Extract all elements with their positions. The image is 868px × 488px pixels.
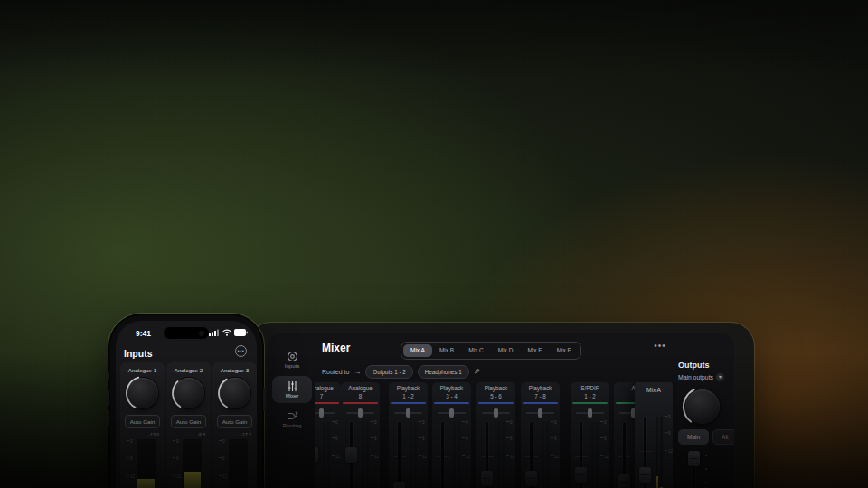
strip-mix-a-master: Mix A 0 6 12	[635, 382, 673, 488]
pan-slider[interactable]	[482, 409, 510, 417]
channel-name: Playback	[521, 385, 560, 391]
fader-track[interactable]	[398, 422, 401, 488]
channel-name: Analogue	[315, 385, 341, 391]
output-selector-label: Main outputs	[678, 374, 713, 380]
auto-gain-button[interactable]: Auto Gain	[217, 415, 252, 428]
tab-mix-c[interactable]: Mix C	[461, 344, 491, 357]
gain-knob[interactable]	[218, 376, 252, 410]
channel-color-bar	[478, 402, 514, 404]
meter-scale: 0 6 12	[600, 422, 609, 488]
tab-mix-a[interactable]: Mix A	[403, 344, 432, 357]
auto-gain-button[interactable]: Auto Gain	[171, 415, 206, 428]
main-button[interactable]: Main	[678, 429, 709, 445]
channel-number: 5 - 6	[476, 393, 515, 399]
level-meter	[327, 422, 330, 488]
meter-scale: 0 6 12	[551, 422, 560, 488]
fader-handle[interactable]	[618, 474, 630, 488]
phone-mute-switch	[107, 371, 109, 380]
level-db-value: -9.3	[197, 432, 205, 437]
fader-handle[interactable]	[639, 467, 651, 483]
meter-scale: 0 6 12	[665, 417, 674, 488]
meter-scale: 0 6 12	[173, 441, 182, 488]
tablet-app-screen: Inputs Mixer Routing Mixer Mi	[268, 333, 734, 488]
edit-pencil-icon[interactable]: ✎	[474, 368, 480, 376]
input-label: Analogue 3	[212, 367, 257, 373]
tab-mix-f[interactable]: Mix F	[550, 344, 579, 357]
fader-handle[interactable]	[315, 447, 318, 463]
output-selector[interactable]: Main outputs ▾	[678, 373, 724, 381]
alt-button[interactable]: Alt	[712, 429, 734, 445]
level-meter	[591, 422, 594, 488]
fader-track[interactable]	[441, 422, 444, 488]
phone-volume-up-button	[107, 389, 109, 406]
cellular-signal-icon	[209, 329, 220, 336]
pan-slider[interactable]	[346, 409, 374, 417]
level-db-value: -13.0	[149, 432, 159, 437]
channel-strip-scroller[interactable]: Analogue 7 0 6 12	[315, 382, 676, 488]
fader-handle[interactable]	[393, 482, 405, 488]
input-card-analogue-1: Analogue 1 Auto Gain -13.0 0 6 12	[120, 362, 165, 488]
routed-output-chip[interactable]: Outputs 1 - 2	[365, 365, 412, 379]
strip-analogue-8: Analogue 8 0 6 12	[341, 382, 380, 488]
output-volume-knob[interactable]	[682, 386, 723, 427]
tab-mix-d[interactable]: Mix D	[491, 344, 521, 357]
tab-mix-e[interactable]: Mix E	[520, 344, 549, 357]
channel-name: S/PDIF	[571, 385, 609, 391]
meter-scale: 0 6 12	[462, 422, 471, 488]
sidebar-item-routing[interactable]: Routing	[272, 406, 312, 433]
output-fader[interactable]	[691, 449, 718, 488]
channel-name: Analogue	[341, 385, 380, 391]
tablet-device: Inputs Mixer Routing Mixer Mi	[248, 323, 754, 488]
pan-slider[interactable]	[438, 409, 466, 417]
phone-app-screen: 9:41 Inputs ••• Analogue 1	[116, 321, 257, 488]
routed-headphones-chip[interactable]: Headphones 1	[418, 365, 469, 379]
input-level-meter	[137, 439, 156, 488]
pan-slider[interactable]	[394, 409, 422, 417]
level-meter	[497, 422, 500, 488]
meter-scale: 0 6 12	[419, 422, 428, 488]
input-level-meter	[183, 439, 202, 488]
level-db-value: -17.2	[241, 432, 251, 437]
sidebar-item-mixer[interactable]: Mixer	[272, 376, 312, 403]
overflow-menu-icon[interactable]: •••	[651, 341, 669, 351]
level-meter	[323, 422, 326, 488]
status-time: 9:41	[136, 329, 151, 338]
auto-gain-button[interactable]: Auto Gain	[125, 415, 160, 428]
sidebar-item-label: Routing	[283, 423, 302, 428]
pan-slider[interactable]	[526, 409, 554, 417]
phone-device: 9:41 Inputs ••• Analogue 1	[110, 315, 262, 488]
channel-number: 7	[315, 393, 341, 399]
sidebar-item-label: Inputs	[285, 363, 299, 369]
channel-number: 3 - 4	[432, 393, 471, 399]
meter-scale: 0 6 12	[219, 441, 228, 488]
sidebar-item-inputs[interactable]: Inputs	[272, 346, 312, 373]
pan-slider[interactable]	[315, 409, 335, 417]
outputs-title: Outputs	[678, 361, 710, 370]
channel-color-bar	[315, 402, 339, 404]
gain-knob[interactable]	[172, 376, 206, 410]
sidebar: Inputs Mixer Routing	[272, 344, 316, 488]
strip-playback-1-2: Playback 1 - 2 0 6 12	[389, 382, 428, 488]
fader-handle[interactable]	[481, 471, 493, 486]
strip-playback-3-4: Playback 3 - 4 0 6 12	[432, 382, 471, 488]
gain-knob[interactable]	[126, 376, 160, 410]
level-meter	[546, 422, 549, 488]
circled-ellipsis-icon[interactable]: •••	[235, 345, 247, 357]
input-channel-cards: Analogue 1 Auto Gain -13.0 0 6 12	[120, 362, 257, 488]
level-meter	[410, 422, 412, 488]
tab-mix-b[interactable]: Mix B	[432, 344, 461, 357]
level-meter	[502, 422, 505, 488]
meter-scale: 0 6 12	[332, 422, 341, 488]
meter-scale: 0 6 12	[506, 422, 515, 488]
phone-volume-down-button	[107, 409, 109, 426]
strip-analogue-7: Analogue 7 0 6 12	[315, 382, 341, 488]
level-meter	[596, 422, 599, 488]
channel-number: 1 - 2	[389, 393, 428, 399]
fader-handle[interactable]	[345, 447, 357, 463]
outputs-panel: Outputs Main outputs ▾ Main Alt	[676, 333, 734, 488]
fader-handle[interactable]	[525, 471, 537, 486]
page-title: Mixer	[322, 342, 350, 354]
pan-slider[interactable]	[576, 409, 604, 417]
fader-handle[interactable]	[575, 467, 587, 483]
header-divider	[318, 361, 676, 361]
